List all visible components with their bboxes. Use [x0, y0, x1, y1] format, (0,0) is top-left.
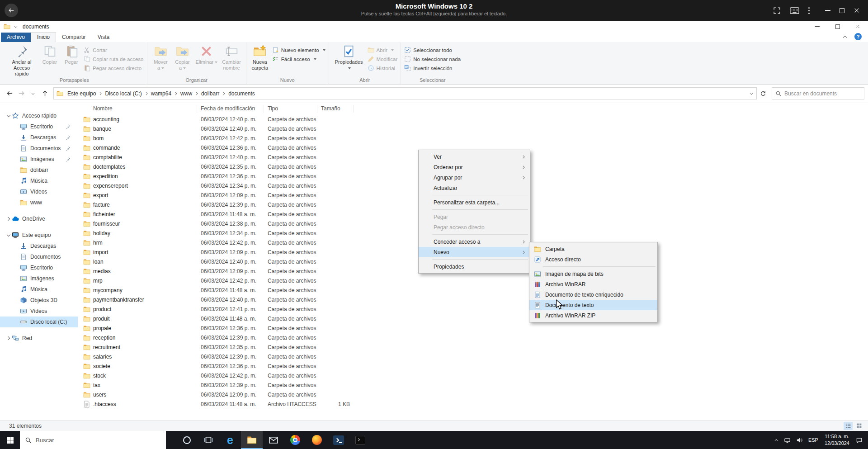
sidebar-item[interactable]: Disco local (C:) — [0, 317, 78, 327]
column-header-date[interactable]: Fecha de modificación — [197, 105, 264, 113]
sidebar-item[interactable]: Vídeos — [0, 186, 78, 197]
details-view-button[interactable] — [844, 422, 853, 430]
file-row[interactable]: societe 06/03/2024 12:36 p. m. Carpeta d… — [79, 362, 868, 371]
language-indicator[interactable]: ESP — [806, 431, 821, 449]
file-row[interactable]: produit 06/03/2024 11:48 a. m. Carpeta d… — [79, 314, 868, 324]
breadcrumb-chevron-icon[interactable] — [145, 92, 148, 95]
file-row[interactable]: propale 06/03/2024 12:36 p. m. Carpeta d… — [79, 324, 868, 333]
file-row[interactable]: product 06/03/2024 12:41 p. m. Carpeta d… — [79, 305, 868, 314]
firefox-button[interactable] — [306, 431, 328, 449]
taskbar-search-input[interactable] — [36, 437, 161, 444]
notifications-button[interactable] — [853, 431, 865, 449]
ribbon-small-button[interactable]: Invertir selección — [404, 65, 461, 71]
hidden-icons-button[interactable] — [771, 431, 781, 449]
submenu-item[interactable]: Carpeta — [529, 244, 657, 254]
expander-icon[interactable] — [14, 200, 19, 205]
file-row[interactable]: bom 06/03/2024 12:42 p. m. Carpeta de ar… — [79, 134, 868, 143]
clock[interactable]: 11:58 a. m. 12/03/2024 — [821, 433, 853, 447]
start-button[interactable] — [0, 431, 20, 449]
ribbon-big-button[interactable]: Pegar — [61, 43, 82, 77]
ribbon-small-button[interactable]: Modificar — [368, 56, 398, 62]
submenu-item[interactable]: Documento de texto — [529, 300, 657, 310]
sidebar-item[interactable]: Imágenes — [0, 273, 78, 284]
minimize-button[interactable] — [807, 21, 827, 32]
expander-icon[interactable] — [14, 135, 19, 140]
tab-share[interactable]: Compartir — [56, 33, 92, 42]
sidebar-item[interactable]: dolibarr — [0, 165, 78, 175]
ribbon-small-button[interactable]: Seleccionar todo — [404, 47, 461, 53]
expander-icon[interactable] — [14, 124, 19, 129]
ribbon-big-button[interactable]: Nueva carpeta — [250, 43, 270, 71]
ribbon-big-button[interactable]: Copiar a — [172, 43, 193, 71]
vm-close-button[interactable] — [854, 7, 860, 14]
qat-chevron-down-icon[interactable] — [14, 25, 18, 28]
submenu-item[interactable]: Archivo WinRAR — [529, 279, 657, 289]
tab-home[interactable]: Inicio — [31, 32, 56, 42]
powershell-button[interactable] — [328, 431, 349, 449]
sidebar-item[interactable]: Acceso rápido — [0, 110, 78, 121]
expander-icon[interactable] — [14, 179, 19, 183]
vm-minimize-button[interactable] — [825, 10, 830, 11]
expander-icon[interactable] — [14, 320, 19, 324]
expander-icon[interactable] — [6, 113, 11, 118]
ribbon-big-button[interactable]: Eliminar — [194, 43, 220, 71]
expander-icon[interactable] — [14, 244, 19, 248]
task-view-button[interactable] — [198, 431, 219, 449]
edge-button[interactable]: e — [219, 431, 241, 449]
help-icon[interactable]: ? — [854, 33, 862, 40]
ribbon-small-button[interactable]: Historial — [368, 65, 398, 71]
sidebar-item[interactable]: Red — [0, 333, 78, 344]
explorer-button[interactable] — [241, 431, 263, 449]
sidebar-item[interactable]: Documentos — [0, 143, 78, 154]
sidebar-item[interactable]: Música — [0, 284, 78, 295]
ribbon-big-button[interactable]: Propiedades — [332, 43, 366, 71]
sidebar-item[interactable]: Descargas — [0, 132, 78, 143]
ribbon-small-button[interactable]: Cortar — [84, 47, 144, 53]
ribbon-small-button[interactable]: Nuevo elemento — [272, 47, 326, 53]
sidebar-item[interactable]: Escritorio — [0, 262, 78, 273]
expander-icon[interactable] — [6, 233, 11, 237]
expander-icon[interactable] — [14, 276, 19, 281]
breadcrumb-item[interactable]: www — [178, 90, 199, 98]
file-row[interactable]: banque 06/03/2024 12:40 p. m. Carpeta de… — [79, 124, 868, 134]
expander-icon[interactable] — [14, 298, 19, 302]
ribbon-small-button[interactable]: Abrir — [368, 47, 398, 53]
column-header-type[interactable]: Tipo — [264, 105, 317, 113]
breadcrumb-chevron-icon[interactable] — [174, 92, 178, 95]
vm-maximize-button[interactable] — [840, 8, 844, 13]
context-menu-item[interactable]: Agrupar por — [419, 172, 530, 183]
tab-view[interactable]: Vista — [92, 33, 115, 42]
breadcrumb-chevron-icon[interactable] — [222, 92, 226, 95]
expander-icon[interactable] — [14, 255, 19, 259]
context-menu-item[interactable]: Nuevo — [419, 247, 530, 257]
refresh-button[interactable] — [757, 87, 769, 99]
file-row[interactable]: users 06/03/2024 12:09 p. m. Carpeta de … — [79, 390, 868, 400]
column-header-size[interactable]: Tamaño — [317, 105, 354, 113]
icons-view-button[interactable] — [854, 422, 863, 430]
collapse-ribbon-icon[interactable] — [843, 34, 847, 39]
file-row[interactable]: .htaccess 06/03/2024 11:48 a. m. Archivo… — [79, 400, 868, 409]
breadcrumb-item[interactable]: dolibarr — [199, 90, 226, 98]
submenu-item[interactable]: Acceso directo — [529, 254, 657, 265]
expander-icon[interactable] — [14, 157, 19, 161]
expander-icon[interactable] — [14, 287, 19, 292]
expander-icon[interactable] — [14, 265, 19, 270]
up-button[interactable] — [39, 88, 51, 99]
search-input[interactable] — [784, 90, 861, 97]
sidebar-item[interactable]: Imágenes — [0, 154, 78, 165]
tab-file[interactable]: Archivo — [1, 33, 31, 42]
submenu-item[interactable]: Imagen de mapa de bits — [529, 269, 657, 279]
vm-back-button[interactable] — [5, 4, 18, 17]
ribbon-small-button[interactable]: Pegar acceso directo — [84, 65, 144, 71]
address-bar[interactable]: Este equipo Disco local (C:) wamp64 — [53, 87, 757, 99]
context-menu-item[interactable]: Actualizar — [419, 183, 530, 193]
expander-icon[interactable] — [14, 146, 19, 151]
file-row[interactable]: accounting 06/03/2024 12:40 p. m. Carpet… — [79, 115, 868, 124]
back-button[interactable] — [4, 88, 15, 99]
file-row[interactable]: mycompany 06/03/2024 11:48 a. m. Carpeta… — [79, 286, 868, 295]
file-row[interactable]: recruitment 06/03/2024 12:35 p. m. Carpe… — [79, 343, 868, 352]
column-header-name[interactable]: Nombre — [79, 105, 197, 113]
expander-icon[interactable] — [14, 189, 19, 194]
sidebar-item[interactable]: Escritorio — [0, 121, 78, 132]
expander-icon[interactable] — [6, 217, 11, 221]
